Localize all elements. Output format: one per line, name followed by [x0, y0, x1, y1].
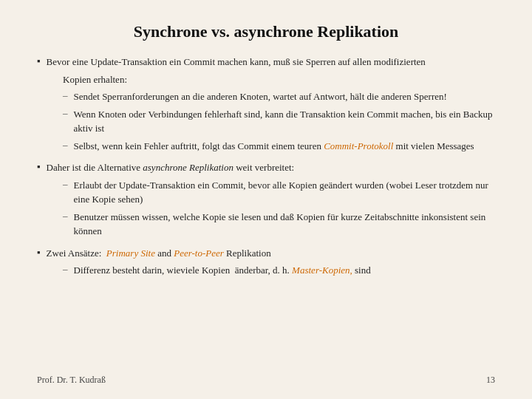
- sub-bullet-2a: – Erlaubt der Update-Transaktion ein Com…: [63, 178, 495, 207]
- sub-bullet-2b: – Benutzer müssen wissen, welche Kopie s…: [63, 210, 495, 239]
- master-kopien-link: Master-Kopien,: [292, 265, 352, 276]
- bullet-marker-2: ▪: [37, 161, 41, 173]
- sub-bullet-1b: – Wenn Knoten oder Verbindungen fehlerha…: [63, 107, 495, 136]
- dash-1c: –: [63, 139, 68, 151]
- bullet-section-3: ▪ Zwei Ansätze: Primary Site and Peer-to…: [37, 246, 495, 278]
- sub-text-2b: Benutzer müssen wissen, welche Kopie sie…: [74, 210, 496, 239]
- sub-text-2a: Erlaubt der Update-Transaktion ein Commi…: [74, 178, 496, 207]
- sub-text-3a: Differenz besteht darin, wieviele Kopien…: [74, 263, 371, 278]
- and-text: and: [157, 248, 171, 259]
- sub-text-1a: Sendet Sperranforderungen an die anderen…: [74, 89, 447, 104]
- bullet-text-1: Bevor eine Update-Transaktion ein Commit…: [47, 55, 426, 69]
- sub-text-1b: Wenn Knoten oder Verbindungen fehlerhaft…: [74, 107, 496, 136]
- dash-1a: –: [63, 89, 68, 101]
- sub-bullet-3a: – Differenz besteht darin, wieviele Kopi…: [63, 263, 495, 278]
- dash-2a: –: [63, 178, 68, 190]
- bullet-text-2: Daher ist die Alternative asynchrone Rep…: [47, 160, 295, 175]
- sub-bullets-2: – Erlaubt der Update-Transaktion ein Com…: [63, 178, 495, 239]
- bullet-text-3: Zwei Ansätze: Primary Site and Peer-to-P…: [47, 246, 271, 261]
- slide-title: Synchrone vs. asynchrone Replikation: [37, 22, 495, 41]
- bullet-main-3: ▪ Zwei Ansätze: Primary Site and Peer-to…: [37, 246, 495, 261]
- footer-author: Prof. Dr. T. Kudraß: [37, 375, 106, 386]
- slide: Synchrone vs. asynchrone Replikation ▪ B…: [0, 0, 532, 399]
- bullet-continuation-1: Kopien erhalten:: [63, 72, 495, 87]
- dash-1b: –: [63, 107, 68, 119]
- primary-site-link: Primary Site: [106, 248, 155, 259]
- sub-bullet-1a: – Sendet Sperranforderungen an die ander…: [63, 89, 495, 104]
- bullet-main-1: ▪ Bevor eine Update-Transaktion ein Comm…: [37, 55, 495, 69]
- bullet-marker-3: ▪: [37, 247, 41, 259]
- footer: Prof. Dr. T. Kudraß 13: [37, 375, 495, 386]
- sub-bullet-1c: – Selbst, wenn kein Fehler auftritt, fol…: [63, 139, 495, 154]
- bullet-main-2: ▪ Daher ist die Alternative asynchrone R…: [37, 160, 495, 175]
- bullet-marker-1: ▪: [37, 55, 41, 67]
- sub-bullets-3: – Differenz besteht darin, wieviele Kopi…: [63, 263, 495, 278]
- sub-text-1c: Selbst, wenn kein Fehler auftritt, folgt…: [74, 139, 474, 154]
- dash-2b: –: [63, 210, 68, 222]
- commit-protokoll-link: Commit-Protokoll: [324, 140, 393, 151]
- bullet-section-2: ▪ Daher ist die Alternative asynchrone R…: [37, 160, 495, 239]
- dash-3a: –: [63, 263, 68, 275]
- sub-bullets-1: – Sendet Sperranforderungen an die ander…: [63, 89, 495, 153]
- bullet-section-1: ▪ Bevor eine Update-Transaktion ein Comm…: [37, 55, 495, 153]
- peer-to-peer-link: Peer-to-Peer: [174, 248, 224, 259]
- async-replikation-text: asynchrone Replikation: [143, 162, 233, 173]
- footer-page: 13: [486, 375, 495, 386]
